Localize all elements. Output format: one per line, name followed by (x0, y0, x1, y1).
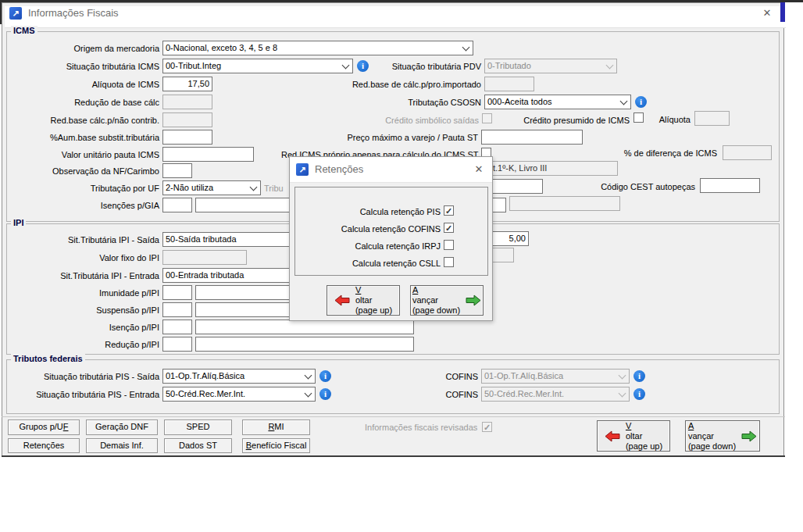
dialog-avancar-button[interactable]: Avançar(page down) (410, 285, 484, 316)
cofins1-label: COFINS (414, 371, 478, 382)
sped-button[interactable]: SPED (164, 420, 232, 435)
valor-pauta-label: Valor unitário pauta ICMS (6, 149, 159, 160)
red-base-importado-label: Red.base de cálc.p/pro.importado (312, 79, 481, 90)
geracao-dnf-button[interactable]: Geração DNF (86, 420, 158, 435)
ipi-entrada-label: Sit.Tributária IPI - Entrada (6, 270, 159, 281)
window-bottom-edge (2, 455, 785, 457)
app-icon: ↗ (9, 7, 22, 20)
arrow-right-icon (466, 295, 481, 306)
sit-icms-label: Situação tributária ICMS (6, 61, 159, 72)
pis-entrada-select[interactable]: 50-Créd.Rec.Mer.Int. (162, 387, 316, 402)
reducao-ipi-desc-field[interactable] (195, 337, 414, 352)
isencao-ipi-field[interactable] (162, 320, 192, 334)
credito-simbolico-label: Crédito simbólico saídas (336, 115, 479, 126)
suspensao-ipi-label: Suspensão p/IPI (6, 305, 159, 316)
arrow-right-icon (741, 430, 757, 442)
arrow-left-icon (605, 430, 620, 442)
close-icon[interactable]: ✕ (759, 5, 775, 21)
icms-legend: ICMS (11, 26, 37, 35)
revisadas-checkbox: ✓ (482, 422, 492, 432)
aum-base-field[interactable] (162, 130, 212, 145)
revisadas-label: Informações fiscais revisadas (365, 422, 477, 433)
check-icon: ✓ (445, 224, 452, 232)
voltar-button[interactable]: Voltar(page up) (597, 420, 670, 452)
suspensao-ipi-field[interactable] (162, 302, 192, 317)
dados-st-button[interactable]: Dados ST (164, 438, 232, 453)
gia-extra-field (509, 196, 620, 211)
chevron-down-icon (302, 387, 315, 401)
calcula-csll-label: Calcula retenção CSLL (305, 258, 441, 269)
calcula-irpj-checkbox[interactable]: ✓ (444, 240, 454, 250)
chevron-down-icon (302, 370, 315, 383)
tributacao-uf-select[interactable]: 2-Não utiliza (162, 180, 261, 195)
info-icon[interactable]: i (633, 370, 645, 382)
check-icon: ✓ (445, 207, 452, 215)
federais-legend: Tributos federais (11, 354, 85, 363)
sit-icms-select[interactable]: 00-Tribut.Integ (162, 59, 353, 73)
reducao-base-field (162, 95, 212, 109)
origem-select[interactable]: 0-Nacional, exceto 3, 4, 5 e 8 (162, 41, 473, 55)
isencoes-gia-label: Isenções p/GIA (6, 200, 159, 211)
csosn-select[interactable]: 000-Aceita todos (484, 95, 631, 109)
calcula-pis-checkbox[interactable]: ✓ (444, 205, 454, 216)
dialog-app-icon: ↗ (296, 163, 309, 176)
info-icon[interactable]: i (635, 96, 647, 108)
cest-field[interactable] (700, 178, 760, 193)
ipi-saida-label: Sit.Tributária IPI - Saída (6, 234, 159, 245)
tributacao-uf-partial-label: Tribu (264, 183, 291, 194)
rmi-button[interactable]: RMI (242, 420, 310, 435)
arrow-left-icon (334, 295, 350, 306)
imunidade-ipi-field[interactable] (162, 285, 192, 300)
avancar-button[interactable]: Avançar(page down) (685, 420, 760, 452)
dif-icms-field (723, 145, 772, 160)
isencao-ipi-desc-field[interactable] (195, 320, 414, 334)
valor-fixo-ipi-field (162, 250, 247, 265)
dialog-voltar-button[interactable]: Voltar(page up) (327, 285, 400, 316)
csosn-label: Tributação CSOSN (336, 97, 481, 108)
aliquota2-label: Alíquota (625, 114, 691, 125)
sit-pdv-select: 0-Tributado (484, 59, 617, 73)
preco-maximo-label: Preço máximo a varejo / Pauta ST (312, 132, 478, 143)
info-icon[interactable]: i (319, 388, 331, 400)
calcula-irpj-label: Calcula retenção IRPJ (305, 241, 441, 252)
credito-presumido-label: Crédito presumido de ICMS (500, 115, 630, 126)
beneficio-fiscal-button[interactable]: Benefício Fiscal (242, 438, 310, 453)
chevron-down-icon (248, 181, 260, 195)
preco-maximo-field[interactable] (481, 130, 583, 145)
calcula-pis-label: Calcula retenção PIS (305, 206, 441, 217)
reducao-base-label: Redução de base cálc (6, 97, 159, 108)
origem-label: Origem da mercadoria (6, 43, 159, 54)
cest-label: Código CEST autopeças (594, 181, 695, 192)
aliquota2-field (694, 111, 730, 126)
credito-simbolico-checkbox: ✓ (482, 113, 492, 123)
calcula-csll-checkbox[interactable]: ✓ (444, 257, 454, 267)
aliquota-icms-field[interactable]: 17,50 (162, 77, 212, 91)
isencao-ipi-label: Isenção p/IPI (6, 322, 159, 333)
cofins2-select: 50-Créd.Rec.Mer.Int. (481, 387, 630, 402)
dif-icms-label: % de diferença de ICMS (594, 148, 717, 159)
art-livro-field: Art.1º-K, Livro III (481, 161, 618, 176)
pis-saida-select[interactable]: 01-Op.Tr.Alíq.Básica (162, 369, 316, 384)
dialog-close-icon[interactable]: ✕ (471, 162, 487, 177)
imunidade-ipi-label: Imunidade p/IPI (6, 287, 159, 298)
isencoes-gia-field[interactable] (162, 198, 192, 212)
reducao-ipi-label: Redução p/IPI (6, 339, 159, 350)
chevron-down-icon (460, 41, 473, 55)
background-accent (780, 2, 785, 22)
info-icon[interactable]: i (633, 388, 645, 400)
red-base-importado-field (484, 77, 534, 91)
observacao-field[interactable] (162, 163, 192, 178)
red-nao-contrib-field (162, 112, 212, 127)
reducao-ipi-field[interactable] (162, 337, 192, 352)
calcula-cofins-checkbox[interactable]: ✓ (444, 223, 454, 233)
demais-inf-button[interactable]: Demais Inf. (86, 438, 158, 453)
grupos-uf-button[interactable]: Grupos p/UF (8, 420, 80, 435)
retencoes-button[interactable]: Retenções (8, 438, 80, 453)
valor-fixo-ipi-label: Valor fixo do IPI (6, 252, 159, 263)
valor-pauta-field[interactable] (162, 147, 254, 162)
calcula-cofins-label: Calcula retenção COFINS (305, 223, 441, 234)
info-icon[interactable]: i (319, 370, 331, 382)
cofins2-label: COFINS (414, 389, 478, 400)
tributacao-uf-label: Tributação por UF (6, 183, 159, 194)
aum-base-label: %Aum.base substit.tributária (6, 132, 159, 143)
